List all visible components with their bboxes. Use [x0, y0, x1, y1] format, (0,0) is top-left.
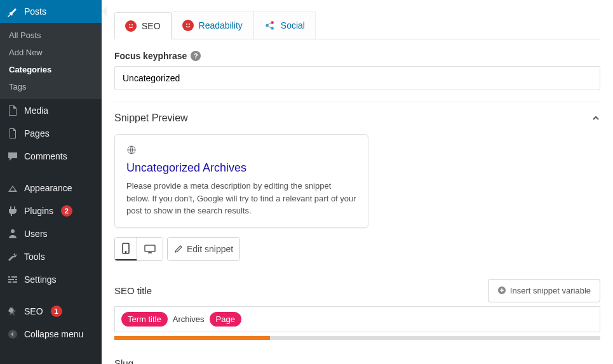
- tab-label: SEO: [142, 21, 161, 31]
- sidebar-item-users[interactable]: Users: [0, 222, 102, 245]
- snippet-description: Please provide a meta description by edi…: [126, 180, 356, 217]
- sidebar-label: Appearance: [24, 183, 72, 193]
- tab-seo[interactable]: SEO: [114, 12, 172, 39]
- tab-social[interactable]: Social: [253, 11, 316, 39]
- sidebar-label: SEO: [24, 306, 43, 316]
- appearance-icon: [6, 182, 19, 194]
- sad-face-icon: [182, 20, 194, 31]
- svg-point-2: [131, 24, 133, 25]
- insert-snippet-variable-button[interactable]: Insert snippet variable: [488, 279, 600, 302]
- settings-icon: [6, 273, 19, 286]
- collapse-icon: [6, 328, 19, 340]
- snippet-title: Uncategorized Archives: [126, 161, 356, 175]
- insert-label: Insert snippet variable: [510, 286, 591, 295]
- share-icon: [264, 20, 276, 31]
- seo-title-text: Archives: [173, 314, 205, 324]
- slug-label: Slug: [114, 358, 133, 365]
- pages-icon: [6, 127, 19, 140]
- tab-label: Readability: [199, 20, 243, 30]
- sad-face-icon: [125, 20, 137, 32]
- sidebar-item-plugins[interactable]: Plugins 2: [0, 199, 102, 222]
- mobile-view-button[interactable]: [115, 238, 137, 260]
- comments-icon: [6, 150, 19, 163]
- svg-point-10: [125, 251, 126, 252]
- main-content: SEO Readability Social Focus keyphrase ?…: [102, 0, 613, 364]
- sidebar-item-settings[interactable]: Settings: [0, 268, 102, 291]
- media-icon: [6, 104, 19, 117]
- seo-icon: [6, 305, 19, 318]
- edit-snippet-label: Edit snippet: [187, 244, 233, 254]
- sidebar-label: Posts: [24, 6, 46, 17]
- seo-title-header: SEO title Insert snippet variable: [114, 279, 600, 302]
- sidebar-item-tools[interactable]: Tools: [0, 245, 102, 268]
- sidebar-subitem-add-new[interactable]: Add New: [0, 44, 102, 61]
- snippet-preview-title: Snippet Preview: [114, 112, 188, 124]
- sidebar-label: Plugins: [24, 206, 53, 216]
- sidebar-item-posts[interactable]: Posts: [0, 0, 102, 23]
- sidebar-label: Media: [24, 105, 48, 116]
- tools-icon: [6, 250, 19, 263]
- sidebar-label: Pages: [24, 128, 50, 138]
- sidebar-item-seo[interactable]: SEO 1: [0, 300, 102, 323]
- seo-badge: 1: [51, 306, 62, 317]
- focus-keyphrase-label: Focus keyphrase: [114, 51, 187, 61]
- device-toggle: [114, 237, 163, 261]
- svg-point-1: [129, 24, 130, 25]
- seo-tabs: SEO Readability Social: [114, 11, 600, 39]
- svg-point-3: [186, 24, 187, 25]
- seo-title-label: SEO title: [114, 285, 152, 296]
- sidebar-label: Collapse menu: [24, 329, 83, 339]
- svg-point-4: [189, 24, 190, 25]
- snippet-preview-card: Uncategorized Archives Please provide a …: [114, 134, 368, 228]
- progress-fill: [114, 336, 270, 340]
- pin-icon: [6, 5, 19, 18]
- sidebar-subitem-categories[interactable]: Categories: [0, 61, 102, 78]
- desktop-view-button[interactable]: [137, 238, 163, 260]
- plugins-icon: [6, 205, 19, 217]
- sidebar-item-collapse[interactable]: Collapse menu: [0, 323, 102, 346]
- variable-pill-term-title[interactable]: Term title: [121, 312, 168, 327]
- chevron-up-icon: [591, 114, 600, 123]
- users-icon: [6, 227, 19, 240]
- snippet-preview-header[interactable]: Snippet Preview: [114, 102, 600, 134]
- sidebar-subitems-posts: All Posts Add New Categories Tags: [0, 23, 102, 99]
- focus-keyphrase-section: Focus keyphrase ?: [114, 39, 600, 102]
- sidebar-label: Tools: [24, 252, 45, 262]
- sidebar-item-comments[interactable]: Comments: [0, 145, 102, 168]
- edit-snippet-group: Edit snippet: [167, 237, 240, 261]
- tab-label: Social: [281, 20, 305, 30]
- sidebar-subitem-all-posts[interactable]: All Posts: [0, 27, 102, 44]
- sidebar-subitem-tags[interactable]: Tags: [0, 78, 102, 95]
- help-icon[interactable]: ?: [191, 51, 201, 61]
- sidebar-item-appearance[interactable]: Appearance: [0, 177, 102, 199]
- seo-title-progress: [114, 336, 600, 340]
- globe-icon: [126, 145, 137, 155]
- tab-readability[interactable]: Readability: [172, 11, 253, 39]
- svg-rect-11: [145, 245, 155, 252]
- sidebar-label: Users: [24, 229, 48, 239]
- variable-pill-page[interactable]: Page: [210, 312, 241, 327]
- sidebar-label: Settings: [24, 274, 57, 285]
- focus-keyphrase-input[interactable]: [114, 66, 600, 90]
- sidebar-item-pages[interactable]: Pages: [0, 122, 102, 145]
- snippet-toolbar: Edit snippet: [114, 237, 600, 261]
- plugins-badge: 2: [61, 205, 72, 217]
- sidebar-item-media[interactable]: Media: [0, 99, 102, 122]
- admin-sidebar: Posts All Posts Add New Categories Tags …: [0, 0, 102, 364]
- edit-snippet-button[interactable]: Edit snippet: [168, 238, 239, 260]
- sidebar-label: Comments: [24, 151, 67, 161]
- seo-title-field[interactable]: Term title Archives Page: [114, 306, 600, 332]
